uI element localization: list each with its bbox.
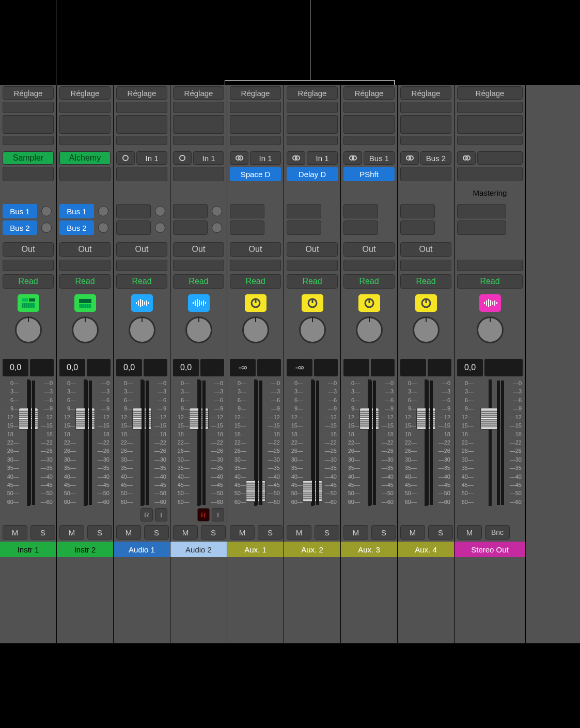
output-slot[interactable]: Out [287,242,338,257]
output-slot[interactable]: Out [343,242,395,257]
send-slot[interactable]: Bus 2 [3,220,37,235]
midifx-slot[interactable] [400,136,451,145]
setting-button[interactable]: Réglage [59,86,111,100]
mute-button[interactable]: M [173,525,198,540]
mute-button[interactable]: M [116,525,141,540]
send-slot[interactable] [173,220,208,235]
pan-knob[interactable] [477,316,504,343]
setting-button[interactable]: Réglage [343,86,395,100]
midifx-slot[interactable] [230,136,281,145]
automation-mode-button[interactable]: Read [3,274,54,289]
eq-thumbnail[interactable] [343,115,395,134]
channel-name[interactable]: Stereo Out [454,542,525,557]
setting-button[interactable]: Réglage [400,86,451,100]
send-level-knob[interactable] [98,206,108,216]
group-slot[interactable] [343,260,395,271]
automation-mode-button[interactable]: Read [400,274,451,289]
send-level-knob[interactable] [41,223,52,233]
input-slot[interactable]: Bus 1 [364,151,395,165]
input-monitor-button[interactable]: I [212,508,224,521]
automation-mode-button[interactable]: Read [343,274,395,289]
input-format-button[interactable] [400,151,419,165]
solo-button[interactable]: S [315,525,339,540]
setting-button[interactable]: Réglage [287,86,338,100]
midifx-slot[interactable] [116,136,167,145]
send-slot[interactable]: Bus 2 [59,220,94,235]
input-format-button[interactable] [230,151,248,165]
channel-name[interactable]: Aux. 1 [227,542,284,557]
input-slot[interactable]: In 1 [136,151,167,165]
send-slot[interactable] [457,220,506,235]
pan-knob[interactable] [129,316,155,343]
automation-mode-button[interactable]: Read [59,274,111,289]
gain-slot[interactable] [116,102,167,113]
mute-button[interactable]: M [400,525,425,540]
input-format-button[interactable] [173,151,192,165]
group-slot[interactable] [116,260,167,271]
pan-knob[interactable] [185,316,212,343]
channel-name[interactable]: Aux. 3 [341,542,397,557]
send-slot[interactable] [230,204,264,218]
audio-fx-slot[interactable] [173,167,224,181]
bounce-button[interactable]: Bnc [485,525,510,540]
audio-fx-slot[interactable] [59,167,111,181]
group-slot[interactable] [59,260,111,271]
mute-button[interactable]: M [287,525,311,540]
midifx-slot[interactable] [59,136,111,145]
input-slot[interactable]: In 1 [250,151,281,165]
send-level-knob[interactable] [98,223,108,233]
midifx-slot[interactable] [457,136,523,145]
eq-thumbnail[interactable] [59,115,111,134]
send-level-knob[interactable] [212,206,222,216]
eq-thumbnail[interactable] [230,115,281,134]
output-slot[interactable]: Out [230,242,281,257]
send-slot[interactable] [173,204,208,218]
solo-button[interactable]: S [144,525,169,540]
send-slot[interactable]: Bus 1 [59,204,94,218]
solo-button[interactable]: S [87,525,112,540]
channel-name[interactable]: Instr 1 [0,542,56,557]
mute-button[interactable]: M [230,525,255,540]
mute-button[interactable]: M [457,525,482,540]
midifx-slot[interactable] [287,136,338,145]
pan-knob[interactable] [72,316,99,343]
send-slot[interactable]: Bus 1 [3,204,37,218]
automation-mode-button[interactable]: Read [230,274,281,289]
send-slot[interactable] [287,204,321,218]
pan-knob[interactable] [15,316,42,343]
solo-button[interactable]: S [30,525,55,540]
fader-track[interactable] [489,379,492,506]
automation-mode-button[interactable]: Read [116,274,167,289]
group-slot[interactable] [3,260,54,271]
send-slot[interactable] [343,204,378,218]
send-slot[interactable] [116,204,151,218]
send-slot[interactable] [287,220,321,235]
output-slot[interactable]: Out [116,242,167,257]
output-slot[interactable]: Out [400,242,451,257]
audio-fx-slot[interactable] [400,167,451,181]
midifx-slot[interactable] [173,136,224,145]
input-slot[interactable]: In 1 [193,151,224,165]
pan-knob[interactable] [413,316,440,343]
send-slot[interactable] [230,220,264,235]
gain-slot[interactable] [230,102,281,113]
midifx-slot[interactable] [343,136,395,145]
channel-name[interactable]: Instr 2 [57,542,113,557]
eq-thumbnail[interactable] [116,115,167,134]
send-slot[interactable] [116,220,151,235]
group-slot[interactable] [230,260,281,271]
send-level-knob[interactable] [212,223,222,233]
send-level-knob[interactable] [41,206,52,216]
mute-button[interactable]: M [3,525,27,540]
audio-fx-slot[interactable] [116,167,167,181]
group-slot[interactable] [173,260,224,271]
channel-name[interactable]: Aux. 2 [284,542,340,557]
output-slot[interactable]: Out [59,242,111,257]
send-slot[interactable] [400,204,435,218]
input-slot[interactable]: In 1 [307,151,338,165]
group-slot[interactable] [287,260,338,271]
audio-fx-slot[interactable]: Space D [230,167,281,181]
output-slot[interactable]: Out [173,242,224,257]
pan-knob[interactable] [242,316,269,343]
eq-thumbnail[interactable] [457,115,523,134]
